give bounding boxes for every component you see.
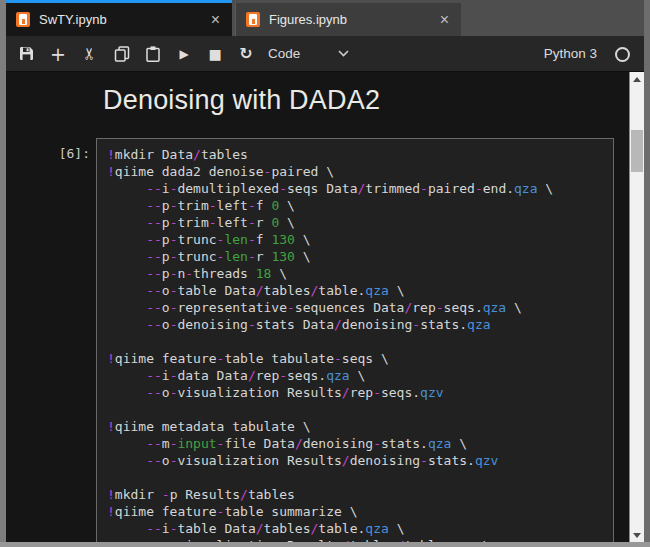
jupyter-notebook-window: SwTY.ipynb × Figures.ipynb × + ✂ [0, 0, 650, 547]
stop-icon: ■ [208, 46, 221, 62]
cut-cell-button[interactable]: ✂ [79, 36, 101, 71]
run-cell-button[interactable]: ▶ [173, 36, 195, 71]
code-line: --m-input-file Data/denoising-stats.qza … [107, 435, 603, 452]
code-line: !mkdir -p Results/tables [107, 486, 603, 503]
chevron-down-icon [338, 50, 349, 57]
scroll-up-button[interactable] [630, 73, 644, 85]
window-frame-right [644, 0, 650, 547]
code-line: !qiime metadata tabulate \ [107, 418, 603, 435]
notebook-file-icon [246, 12, 260, 27]
code-line [107, 333, 603, 350]
scroll-down-button[interactable] [630, 529, 644, 541]
code-line: --p-n-threads 18 \ [107, 265, 603, 282]
code-line: --i-table Data/tables/table.qza \ [107, 520, 603, 537]
cell-type-dropdown[interactable]: Code [268, 36, 300, 71]
code-line: !mkdir Data/tables [107, 146, 603, 163]
code-line: !qiime feature-table summarize \ [107, 503, 603, 520]
plus-icon: + [50, 43, 66, 65]
code-editor[interactable]: !mkdir Data/tables!qiime dada2 denoise-p… [97, 139, 613, 542]
code-line: --o-denoising-stats Data/denoising-stats… [107, 316, 603, 333]
code-line: --p-trunc-len-r 130 \ [107, 248, 603, 265]
markdown-heading: Denoising with DADA2 [103, 85, 380, 116]
window-frame-bottom [0, 542, 650, 547]
code-cell[interactable]: !mkdir Data/tables!qiime dada2 denoise-p… [96, 138, 614, 542]
triangle-down-icon [633, 533, 641, 538]
code-line: --p-trim-left-f 0 \ [107, 197, 603, 214]
code-line: --o-visualization Results/denoising-stat… [107, 452, 603, 469]
tab-label: Figures.ipynb [269, 12, 347, 27]
close-icon[interactable]: × [438, 12, 451, 28]
code-line: --i-data Data/rep-seqs.qza \ [107, 367, 603, 384]
add-cell-button[interactable]: + [47, 36, 69, 71]
window-frame-left [0, 0, 6, 547]
notebook-content: Denoising with DADA2 [6]: !mkdir Data/ta… [6, 72, 644, 542]
triangle-up-icon [633, 77, 641, 82]
kernel-status-icon [615, 47, 630, 62]
close-icon[interactable]: × [209, 12, 222, 28]
tab-label: SwTY.ipynb [39, 12, 107, 27]
cell-prompt: [6]: [6, 146, 90, 161]
tab-bar: SwTY.ipynb × Figures.ipynb × [6, 0, 644, 36]
scrollbar-thumb[interactable] [631, 130, 643, 172]
run-icon: ▶ [179, 47, 188, 61]
save-button[interactable] [15, 36, 37, 71]
save-icon [19, 46, 34, 61]
notebook-file-icon [16, 12, 30, 27]
restart-icon: ↻ [239, 44, 252, 63]
code-line: --p-trunc-len-f 130 \ [107, 231, 603, 248]
code-line: --i-demultiplexed-seqs Data/trimmed-pair… [107, 180, 603, 197]
code-line: !qiime dada2 denoise-paired \ [107, 163, 603, 180]
paste-cell-button[interactable] [142, 36, 164, 71]
code-line: !qiime feature-table tabulate-seqs \ [107, 350, 603, 367]
copy-icon [114, 46, 130, 62]
cell-type-dropdown-arrow[interactable] [338, 36, 349, 71]
tab-swty-notebook[interactable]: SwTY.ipynb × [6, 0, 232, 36]
code-line [107, 401, 603, 418]
code-line: --o-visualization Results/rep-seqs.qzv [107, 384, 603, 401]
code-line: --o-table Data/tables/table.qza \ [107, 282, 603, 299]
clipboard-icon [146, 46, 160, 62]
code-line [107, 469, 603, 486]
scrollbar-track[interactable] [629, 72, 644, 542]
code-line: --p-trim-left-r 0 \ [107, 214, 603, 231]
kernel-name: Python 3 [544, 36, 597, 71]
code-line: --o-representative-sequences Data/rep-se… [107, 299, 603, 316]
notebook-toolbar: + ✂ ▶ ■ ↻ Code [6, 36, 644, 72]
tab-figures-notebook[interactable]: Figures.ipynb × [235, 3, 461, 36]
scissors-icon: ✂ [81, 47, 100, 60]
interrupt-kernel-button[interactable]: ■ [204, 36, 226, 71]
restart-kernel-button[interactable]: ↻ [235, 36, 257, 71]
copy-cell-button[interactable] [111, 36, 133, 71]
